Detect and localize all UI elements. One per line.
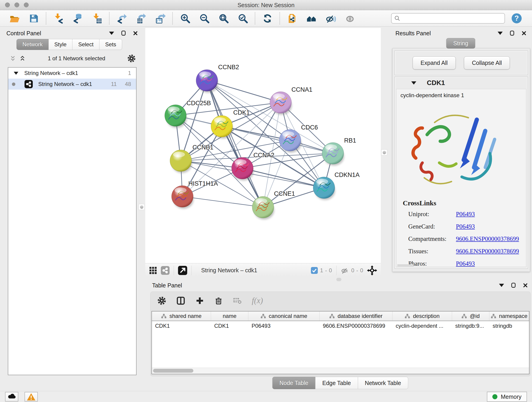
selected-checkbox-icon[interactable] (311, 267, 318, 274)
delete-icon[interactable] (214, 296, 223, 305)
collapse-panel-icon[interactable] (498, 32, 503, 35)
close-panel-icon[interactable] (523, 283, 528, 288)
import-table-button[interactable] (91, 13, 103, 24)
column-header-shared-name[interactable]: shared name (152, 312, 211, 321)
tab-string[interactable]: String (446, 38, 475, 49)
network-collection-row[interactable]: String Network – cdk1 1 (8, 68, 136, 79)
zoom-selected-button[interactable] (237, 13, 248, 24)
cloud-button[interactable] (5, 392, 18, 402)
tab-edge-table[interactable]: Edge Table (316, 377, 358, 389)
show-columns-icon[interactable] (176, 296, 185, 305)
column-header-database-identifier[interactable]: database identifier (320, 312, 393, 321)
left-splitter-handle[interactable] (139, 204, 145, 210)
float-panel-icon[interactable] (121, 31, 126, 36)
crosslink-link-compartments[interactable]: 9606.ENSP00000378699 (456, 235, 519, 242)
tab-network[interactable]: Network (17, 39, 49, 50)
close-panel-icon[interactable] (133, 31, 138, 36)
network-canvas-svg[interactable]: CCNB2CCNA1CDC25BCDK1CDC6RB1CCNB1CCNA2CDK… (145, 28, 381, 263)
column-header-description[interactable]: description (393, 312, 452, 321)
cell-database-identifier[interactable]: 9606.ENSP00000378699 (320, 321, 393, 331)
home-button[interactable] (306, 13, 317, 24)
table-row[interactable]: CDK1 CDK1 P06493 9606.ENSP00000378699 cy… (152, 321, 529, 331)
zoom-fit-button[interactable] (218, 13, 229, 24)
expand-all-icon[interactable] (19, 55, 26, 62)
table-panel-title: Table Panel (152, 282, 182, 289)
cell-canonical-name[interactable]: P06493 (248, 321, 320, 331)
crosslink-link-tissues[interactable]: 9606.ENSP00000378699 (456, 248, 519, 255)
documents-share-icon (287, 13, 298, 24)
tab-style[interactable]: Style (49, 39, 72, 50)
horizontal-scrollbar[interactable] (152, 368, 529, 374)
network-node-label: RB1 (344, 137, 356, 144)
network-edge[interactable] (182, 196, 263, 207)
save-session-button[interactable] (28, 13, 39, 24)
tab-node-table[interactable]: Node Table (272, 377, 316, 389)
export-image-button[interactable] (154, 13, 166, 24)
collapse-entry-icon[interactable] (411, 81, 416, 85)
tab-network-table[interactable]: Network Table (358, 377, 408, 389)
import-database-button[interactable] (72, 13, 83, 24)
cell-description[interactable]: cyclin-dependent ... (393, 321, 452, 331)
expand-collection-icon[interactable] (14, 72, 18, 75)
share-view-icon[interactable] (161, 266, 170, 275)
collapse-all-icon[interactable] (10, 55, 16, 62)
collapse-all-button[interactable]: Collapse All (464, 56, 510, 70)
open-session-button[interactable] (9, 13, 20, 24)
show-panel-button[interactable] (344, 13, 355, 24)
collapse-panel-icon[interactable] (499, 284, 504, 287)
gear-icon[interactable] (127, 54, 136, 63)
column-header-id[interactable]: @id (452, 312, 489, 321)
hidden-eye-icon[interactable] (341, 266, 349, 274)
add-column-icon[interactable] (196, 296, 204, 305)
network-edge[interactable] (207, 80, 263, 207)
right-splitter-handle[interactable] (381, 149, 387, 155)
cell-id[interactable]: stringdb:9... (452, 321, 489, 331)
grid-view-icon[interactable] (149, 266, 157, 274)
float-panel-icon[interactable] (510, 31, 515, 36)
float-panel-icon[interactable] (511, 283, 516, 288)
zoom-out-button[interactable] (198, 13, 210, 24)
refresh-button[interactable] (262, 13, 273, 24)
crosslink-link-uniprot[interactable]: P06493 (456, 211, 475, 218)
cell-namespace[interactable]: stringdb (489, 321, 529, 331)
help-button[interactable]: ? (511, 13, 522, 24)
crosslink-link-pharos[interactable]: P06493 (456, 260, 475, 267)
close-panel-icon[interactable] (521, 31, 526, 36)
network-view[interactable]: CCNB2CCNA1CDC25BCDK1CDC6RB1CCNB1CCNA2CDK… (145, 28, 381, 263)
gear-icon[interactable] (157, 296, 166, 305)
column-header-name[interactable]: name (211, 312, 248, 321)
tab-sets[interactable]: Sets (99, 39, 122, 50)
minimize-window-button[interactable] (14, 2, 19, 7)
network-row[interactable]: String Network – cdk1 11 48 (8, 79, 136, 89)
collapse-panel-icon[interactable] (109, 32, 114, 35)
toolbar-separator (109, 12, 109, 25)
cell-name[interactable]: CDK1 (211, 321, 248, 331)
mini-scrollbar[interactable] (397, 264, 414, 267)
export-network-button[interactable] (116, 13, 127, 24)
import-network-button[interactable] (53, 13, 64, 24)
documents-share-button[interactable] (286, 13, 298, 24)
warnings-button[interactable] (25, 392, 38, 402)
export-table-button[interactable] (135, 13, 147, 24)
function-builder-button[interactable]: f(x) (252, 296, 263, 305)
expand-all-button[interactable]: Expand All (413, 56, 456, 70)
search-input[interactable] (403, 15, 502, 22)
maximize-window-button[interactable] (24, 2, 29, 7)
crosshair-icon[interactable] (367, 265, 377, 275)
zoom-in-button[interactable] (179, 13, 191, 24)
network-edge-count: 48 (125, 81, 131, 87)
memory-button[interactable]: Memory (487, 392, 527, 402)
crosslink-link-genecard[interactable]: P06493 (456, 223, 475, 230)
birds-eye-view-icon[interactable] (178, 266, 187, 275)
column-header-namespace[interactable]: namespace (489, 312, 529, 321)
close-window-button[interactable] (5, 2, 10, 7)
cell-shared-name[interactable]: CDK1 (152, 321, 211, 331)
save-floppy-icon (28, 13, 39, 24)
node-result-header[interactable]: CDK1 (395, 77, 528, 89)
hide-panels-button[interactable] (325, 13, 336, 24)
scrollbar-thumb[interactable] (153, 369, 193, 373)
network-node-label: CDC25B (186, 100, 211, 107)
delete-table-icon[interactable] (233, 297, 242, 305)
tab-select[interactable]: Select (72, 39, 99, 50)
column-header-canonical-name[interactable]: canonical name (248, 312, 320, 321)
